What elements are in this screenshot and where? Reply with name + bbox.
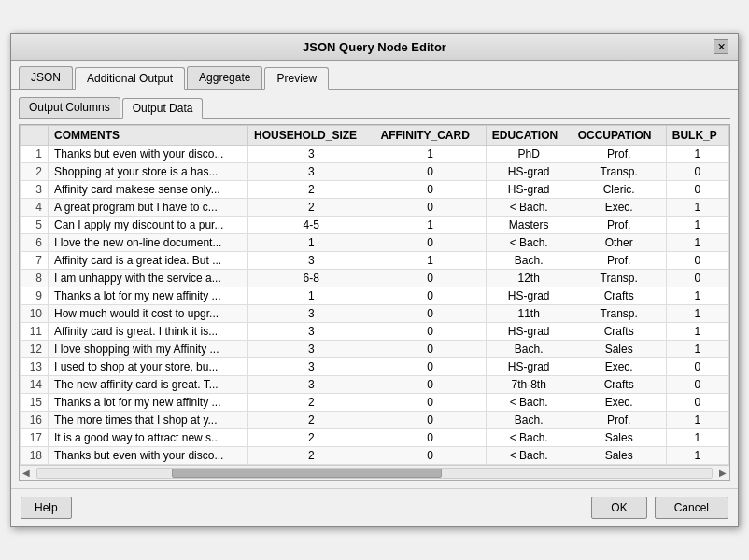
row-id: 9 — [21, 287, 49, 305]
close-button[interactable]: ✕ — [714, 39, 728, 54]
help-button[interactable]: Help — [21, 497, 72, 519]
col-header-comments: COMMENTS — [49, 126, 248, 146]
footer: Help OK Cancel — [11, 488, 738, 526]
row-bulk: 0 — [666, 270, 728, 287]
table-row: 6 I love the new on-line document... 1 0… — [21, 234, 729, 252]
row-education: HS-grad — [486, 358, 572, 376]
row-education: < Bach. — [486, 429, 572, 447]
row-household-size: 3 — [248, 146, 374, 163]
col-header-rownum — [21, 126, 49, 146]
row-affinity-card: 0 — [374, 305, 486, 323]
row-occupation: Exec. — [572, 358, 666, 376]
row-household-size: 3 — [248, 358, 374, 376]
row-id: 8 — [21, 270, 49, 287]
table-row: 3 Affinity card makese sense only... 2 0… — [21, 181, 729, 199]
inner-tab-output-columns[interactable]: Output Columns — [19, 97, 120, 118]
row-bulk: 0 — [666, 394, 728, 412]
row-affinity-card: 0 — [374, 199, 486, 217]
row-household-size: 3 — [248, 163, 374, 181]
col-header-affinity-card: AFFINITY_CARD — [374, 126, 486, 146]
row-comments: How much would it cost to upgr... — [49, 305, 248, 323]
content-area: Output Columns Output Data COMMENTS HOUS… — [11, 90, 738, 488]
footer-right-buttons: OK Cancel — [591, 497, 728, 519]
row-affinity-card: 0 — [374, 429, 486, 447]
row-occupation: Crafts — [572, 376, 666, 394]
table-row: 14 The new affinity card is great. T... … — [21, 376, 729, 394]
row-education: < Bach. — [486, 199, 572, 217]
row-occupation: Sales — [572, 341, 666, 358]
table-row: 10 How much would it cost to upgr... 3 0… — [21, 305, 729, 323]
dialog: JSON Query Node Editor ✕ JSON Additional… — [10, 33, 739, 527]
row-bulk: 0 — [666, 163, 728, 181]
col-header-household-size: HOUSEHOLD_SIZE — [248, 126, 374, 146]
row-household-size: 3 — [248, 341, 374, 358]
row-id: 16 — [21, 412, 49, 429]
table-row: 12 I love shopping with my Affinity ... … — [21, 341, 729, 358]
table-row: 17 It is a good way to attract new s... … — [21, 429, 729, 447]
table-row: 1 Thanks but even with your disco... 3 1… — [21, 146, 729, 163]
row-education: HS-grad — [486, 323, 572, 341]
scroll-left-btn[interactable]: ◀ — [20, 468, 33, 478]
row-comments: Thanks a lot for my new affinity ... — [49, 394, 248, 412]
row-id: 14 — [21, 376, 49, 394]
table-scroll-area[interactable]: COMMENTS HOUSEHOLD_SIZE AFFINITY_CARD ED… — [20, 125, 729, 465]
row-affinity-card: 0 — [374, 287, 486, 305]
table-row: 2 Shopping at your store is a has... 3 0… — [21, 163, 729, 181]
row-comments: I love shopping with my Affinity ... — [49, 341, 248, 358]
row-id: 7 — [21, 252, 49, 270]
row-occupation: Prof. — [572, 146, 666, 163]
inner-tab-output-data[interactable]: Output Data — [122, 98, 204, 119]
row-id: 2 — [21, 163, 49, 181]
row-education: Bach. — [486, 252, 572, 270]
row-household-size: 3 — [248, 305, 374, 323]
tab-aggregate[interactable]: Aggregate — [187, 66, 262, 89]
row-bulk: 1 — [666, 217, 728, 234]
table-row: 7 Affinity card is a great idea. But ...… — [21, 252, 729, 270]
scroll-thumb[interactable] — [172, 469, 442, 478]
row-education: 11th — [486, 305, 572, 323]
title-bar: JSON Query Node Editor ✕ — [11, 34, 738, 61]
row-bulk: 1 — [666, 305, 728, 323]
data-table-container: COMMENTS HOUSEHOLD_SIZE AFFINITY_CARD ED… — [19, 124, 730, 481]
row-occupation: Prof. — [572, 252, 666, 270]
row-occupation: Transp. — [572, 163, 666, 181]
row-household-size: 2 — [248, 412, 374, 429]
tab-additional-output[interactable]: Additional Output — [75, 67, 185, 90]
row-household-size: 2 — [248, 429, 374, 447]
row-comments: Affinity card is great. I think it is... — [49, 323, 248, 341]
row-comments: Thanks but even with your disco... — [49, 146, 248, 163]
row-education: < Bach. — [486, 394, 572, 412]
row-comments: A great program but I have to c... — [49, 199, 248, 217]
row-occupation: Cleric. — [572, 181, 666, 199]
row-household-size: 2 — [248, 394, 374, 412]
row-occupation: Crafts — [572, 287, 666, 305]
row-bulk: 0 — [666, 376, 728, 394]
table-row: 13 I used to shop at your store, bu... 3… — [21, 358, 729, 376]
row-household-size: 1 — [248, 287, 374, 305]
row-comments: I am unhappy with the service a... — [49, 270, 248, 287]
row-id: 12 — [21, 341, 49, 358]
row-education: HS-grad — [486, 163, 572, 181]
row-education: HS-grad — [486, 181, 572, 199]
row-occupation: Crafts — [572, 323, 666, 341]
row-id: 3 — [21, 181, 49, 199]
row-education: < Bach. — [486, 234, 572, 252]
row-bulk: 1 — [666, 447, 728, 465]
cancel-button[interactable]: Cancel — [655, 497, 728, 519]
row-bulk: 1 — [666, 234, 728, 252]
ok-button[interactable]: OK — [591, 497, 646, 519]
row-household-size: 3 — [248, 376, 374, 394]
row-household-size: 3 — [248, 252, 374, 270]
table-row: 11 Affinity card is great. I think it is… — [21, 323, 729, 341]
row-id: 17 — [21, 429, 49, 447]
table-row: 5 Can I apply my discount to a pur... 4-… — [21, 217, 729, 234]
scroll-right-btn[interactable]: ▶ — [716, 468, 729, 478]
inner-tab-bar: Output Columns Output Data — [19, 97, 730, 119]
row-affinity-card: 0 — [374, 234, 486, 252]
scroll-track[interactable] — [36, 468, 713, 479]
row-comments: It is a good way to attract new s... — [49, 429, 248, 447]
tab-preview[interactable]: Preview — [264, 67, 329, 90]
tab-json[interactable]: JSON — [19, 66, 73, 89]
row-affinity-card: 0 — [374, 412, 486, 429]
horizontal-scrollbar[interactable]: ◀ ▶ — [20, 465, 729, 480]
